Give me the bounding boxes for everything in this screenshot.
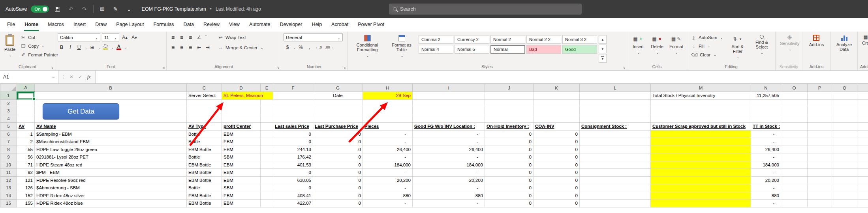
cell[interactable] <box>485 99 534 107</box>
cell-profit-center[interactable]: EBM <box>222 200 261 207</box>
cell-good-fg[interactable]: 880 <box>413 192 485 200</box>
name-box[interactable]: A1 <box>0 71 58 83</box>
row-header-9[interactable]: 9 <box>0 153 17 161</box>
format-painter-button[interactable]: Format Painter <box>19 50 60 59</box>
header-av[interactable]: AV <box>17 123 35 131</box>
cell[interactable] <box>781 153 808 161</box>
select-all-corner[interactable] <box>0 84 17 92</box>
cell[interactable] <box>857 99 868 107</box>
cell[interactable] <box>781 176 808 184</box>
header-tt-in-stock[interactable]: TT in Stock : <box>751 123 781 131</box>
cell[interactable] <box>808 138 832 146</box>
cell-tt-stock[interactable]: - <box>751 138 781 146</box>
cell-last-sales[interactable]: 401.53 <box>273 161 313 169</box>
cell-customer-scrap[interactable] <box>651 176 751 184</box>
cell[interactable] <box>313 99 363 107</box>
tab-view[interactable]: View <box>224 18 244 31</box>
tab-macros[interactable]: Macros <box>43 18 69 31</box>
cell-av-name[interactable]: HDPE Law Toggle 28oz green <box>35 146 187 153</box>
redo-icon[interactable] <box>80 4 89 14</box>
cell[interactable] <box>222 115 261 123</box>
cell[interactable] <box>808 146 832 153</box>
analyze-data-button[interactable]: Analyze Data <box>833 33 855 53</box>
cell[interactable] <box>17 115 35 123</box>
cell[interactable] <box>781 146 808 153</box>
cell-profit-center[interactable]: EBM <box>222 130 261 138</box>
cell-total-stock-value[interactable]: 11,257,505 <box>751 92 781 100</box>
cell[interactable] <box>363 107 413 115</box>
align-bottom-button[interactable] <box>186 33 194 41</box>
cell[interactable] <box>17 107 35 115</box>
cell-av-name[interactable]: $PM - EBM <box>35 169 187 177</box>
cell-last-purchase[interactable]: 0 <box>313 153 363 161</box>
cell-tt-stock[interactable]: 880 <box>751 192 781 200</box>
row-header-15[interactable]: 15 <box>0 200 17 207</box>
header-on-hold[interactable]: On-Hold Inventory : <box>485 123 534 131</box>
autosave-toggle[interactable]: On <box>31 6 49 13</box>
cell[interactable] <box>781 161 808 169</box>
underline-button[interactable] <box>75 43 83 51</box>
cell-last-sales[interactable]: 408.41 <box>273 192 313 200</box>
font-color-button[interactable] <box>115 43 123 51</box>
cell-consignment[interactable] <box>580 176 651 184</box>
cell[interactable] <box>832 123 857 131</box>
style-currency-2[interactable]: Currency 2 <box>455 35 489 44</box>
cell-av[interactable]: 55 <box>17 146 35 153</box>
cell-profit-center[interactable]: EBM <box>222 192 261 200</box>
comma-style-button[interactable] <box>306 43 314 51</box>
cell-consignment[interactable] <box>580 161 651 169</box>
cell-av-name[interactable]: HDPE Steam 48oz red <box>35 161 187 169</box>
cell[interactable] <box>534 107 580 115</box>
cell-customer-scrap[interactable] <box>651 130 751 138</box>
cell[interactable] <box>857 115 868 123</box>
column-header-b[interactable]: B <box>35 84 187 92</box>
cell-last-purchase[interactable]: 0 <box>313 192 363 200</box>
cell[interactable] <box>832 138 857 146</box>
cell-av[interactable]: 152 <box>17 192 35 200</box>
tab-acrobat[interactable]: Acrobat <box>327 18 353 31</box>
fill-color-button[interactable] <box>101 43 109 51</box>
cell-last-purchase[interactable]: 0 <box>313 169 363 177</box>
tab-developer[interactable]: Developer <box>275 18 307 31</box>
cell[interactable] <box>363 115 413 123</box>
cell-av-name[interactable]: HDPE Ridex 48oz silver <box>35 192 187 200</box>
cell[interactable] <box>273 115 313 123</box>
column-header-l[interactable]: L <box>580 84 651 92</box>
cell[interactable] <box>781 107 808 115</box>
cancel-entry-icon[interactable] <box>68 73 75 81</box>
cell[interactable] <box>751 115 781 123</box>
cell-good-fg[interactable]: - <box>413 184 485 192</box>
cell-pieces[interactable]: 26,400 <box>363 146 413 153</box>
cell[interactable] <box>832 184 857 192</box>
cell[interactable] <box>808 192 832 200</box>
cell-profit-center[interactable]: SBM <box>222 153 261 161</box>
cell[interactable] <box>781 130 808 138</box>
header-pieces[interactable]: Pieces <box>363 123 413 131</box>
cell[interactable] <box>187 115 222 123</box>
cell[interactable] <box>808 107 832 115</box>
decrease-indent-button[interactable]: ⇤ <box>195 43 203 51</box>
merge-center-button[interactable]: Merge & Center <box>216 43 265 52</box>
cell[interactable] <box>261 107 273 115</box>
cell-av-name[interactable]: $Abmusterung - SBM <box>35 184 187 192</box>
cell-good-fg[interactable]: - <box>413 138 485 146</box>
cell-av[interactable]: 1 <box>17 130 35 138</box>
cell[interactable] <box>832 92 857 100</box>
cell-good-fg[interactable]: - <box>413 200 485 207</box>
row-header-7[interactable]: 7 <box>0 138 17 146</box>
styles-dialog-launcher[interactable]: ↘ <box>622 65 626 69</box>
cell-coa-inv[interactable]: 0 <box>534 153 580 161</box>
cell-tt-stock[interactable]: - <box>751 200 781 207</box>
cell-av[interactable]: 56 <box>17 153 35 161</box>
cell[interactable] <box>857 176 868 184</box>
cell-av[interactable]: 92 <box>17 169 35 177</box>
cell-last-purchase[interactable]: 0 <box>313 130 363 138</box>
cell-consignment[interactable] <box>580 184 651 192</box>
paste-button[interactable]: Paste <box>2 33 17 59</box>
cell[interactable] <box>413 92 485 100</box>
cell[interactable] <box>781 99 808 107</box>
cell-consignment[interactable] <box>580 169 651 177</box>
orientation-button[interactable] <box>195 33 203 41</box>
cell[interactable] <box>781 138 808 146</box>
cell[interactable] <box>781 169 808 177</box>
